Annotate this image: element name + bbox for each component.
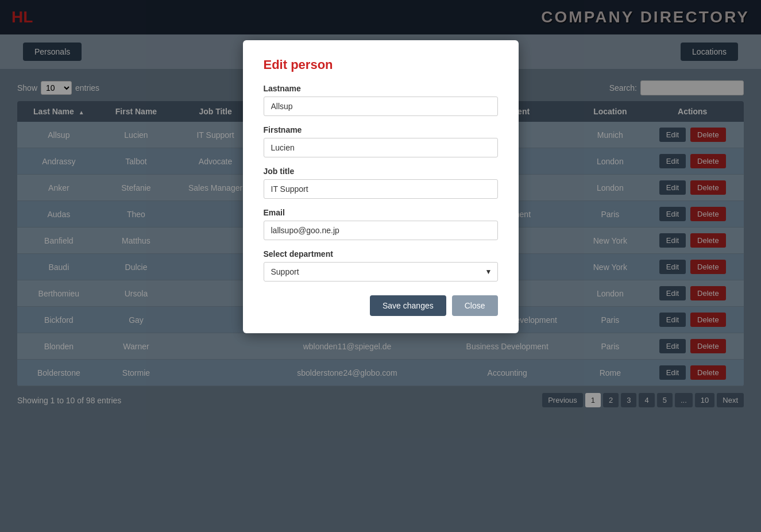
firstname-group: Firstname	[264, 125, 498, 157]
firstname-input[interactable]	[264, 138, 498, 157]
modal-title: Edit person	[264, 57, 498, 72]
dept-group: Select department Support Legal Research…	[264, 249, 498, 282]
lastname-label: Lastname	[264, 84, 498, 93]
email-group: Email	[264, 208, 498, 240]
email-input[interactable]	[264, 221, 498, 240]
dept-select-wrapper: Support Legal Research and Development B…	[264, 262, 498, 282]
save-changes-button[interactable]: Save changes	[370, 295, 446, 316]
dept-select[interactable]: Support Legal Research and Development B…	[264, 262, 498, 282]
jobtitle-input[interactable]	[264, 179, 498, 199]
lastname-input[interactable]	[264, 97, 498, 116]
email-label: Email	[264, 208, 498, 217]
modal-overlay: Edit person Lastname Firstname Job title…	[0, 0, 761, 532]
firstname-label: Firstname	[264, 125, 498, 134]
jobtitle-label: Job title	[264, 167, 498, 176]
modal-footer: Save changes Close	[264, 295, 498, 316]
close-modal-button[interactable]: Close	[452, 295, 498, 316]
dept-label: Select department	[264, 249, 498, 259]
lastname-group: Lastname	[264, 84, 498, 116]
jobtitle-group: Job title	[264, 167, 498, 199]
edit-modal: Edit person Lastname Firstname Job title…	[243, 40, 519, 333]
